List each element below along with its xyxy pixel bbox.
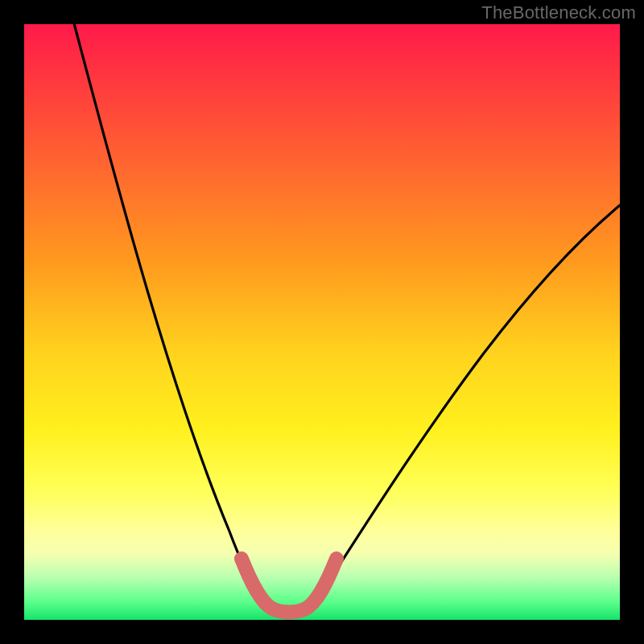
watermark-text: TheBottleneck.com [481,2,636,23]
chart-frame: TheBottleneck.com [0,0,644,644]
plot-gradient-area [24,24,620,620]
